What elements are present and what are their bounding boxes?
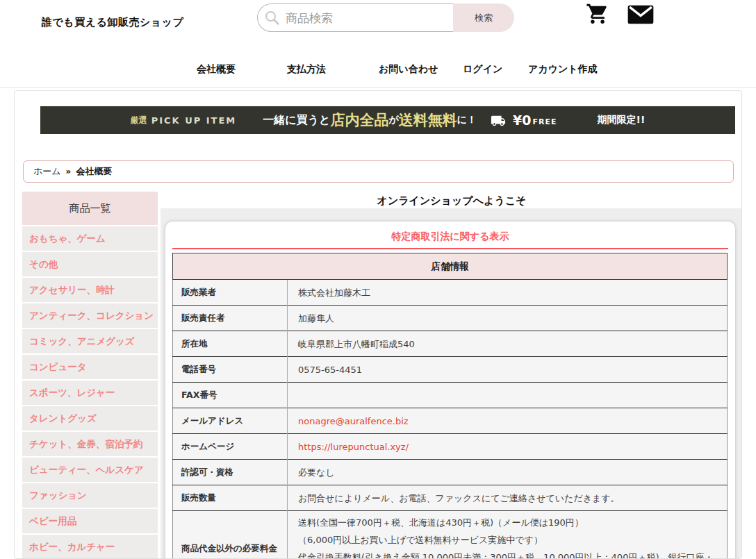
row-value: nonagre@auralfence.biz [288,408,728,434]
row-value: 加藤隼人 [288,306,728,331]
row-value-text: 岐阜県郡上市八幡町稲成540 [298,335,720,353]
row-value: お問合せによりメール、お電話、ファックスにてご連絡させていただきます。 [288,485,728,511]
card-title: 特定商取引法に関する表示 [165,231,735,243]
nav-contact[interactable]: お問い合わせ [379,63,438,76]
mail-icon [626,4,655,25]
row-label: FAX番号 [173,383,288,408]
row-value-text: 0575-65-4451 [298,361,720,378]
banner-text: に！ [457,114,477,126]
row-value [288,383,728,408]
sidebar-category-link[interactable]: タレントグッズ [22,406,158,431]
sidebar-category-link[interactable]: アンティーク、コレクション [22,303,158,328]
banner-pickup-label: PICK UP ITEM [151,115,237,126]
row-label: 販売数量 [173,485,288,511]
row-value-text: お問合せによりメール、お電話、ファックスにてご連絡させていただきます。 [298,490,720,507]
cart-icon [584,2,611,26]
legal-info-card: 特定商取引法に関する表示 店舗情報 販売業者株式会社加藤木工販売責任者加藤隼人所… [165,222,735,559]
banner-highlight: 店内全品 [330,110,388,130]
promo-banner[interactable]: 厳選 PICK UP ITEM 一緒に買うと 店内全品 が 送料無料 に！ ¥0… [40,106,735,134]
sidebar-category-link[interactable]: コミック、アニメグッズ [22,329,158,353]
row-value-link[interactable]: https://lurepunctual.xyz/ [298,442,409,452]
table-row: FAX番号 [173,383,728,408]
row-value-text: （6,000円以上お買い上げで送料無料サービス実施中です） [298,531,720,549]
table-row: 許認可・資格必要なし [173,460,728,485]
welcome-heading: オンラインショップへようこそ [161,194,742,208]
row-label: 電話番号 [173,357,288,383]
sidebar-category-link[interactable]: その他 [22,252,158,276]
truck-icon [488,113,509,128]
row-value-text: 株式会社加藤木工 [298,284,720,301]
sidebar-category-link[interactable]: コンピュータ [22,355,158,379]
sidebar-category-link[interactable]: おもちゃ、ゲーム [22,226,158,251]
sidebar-category-link[interactable]: ビューティー、ヘルスケア [22,458,158,482]
header-divider [0,87,756,87]
row-label: 販売業者 [173,280,288,306]
contact-mail-button[interactable] [626,4,655,28]
row-value: 送料(全国一律700円＋税、北海道は430円＋税)（メール便は190円）（6,0… [288,511,728,559]
banner-text: が [388,114,398,126]
sidebar-category-link[interactable]: ファッション [22,483,158,508]
sidebar-category-link[interactable]: アクセサリー、時計 [22,278,158,302]
breadcrumb-separator: » [66,167,72,176]
sidebar: 商品一覧 おもちゃ、ゲームその他アクセサリー、時計アンティーク、コレクションコミ… [22,192,158,559]
sidebar-category-link[interactable]: ホビー、カルチャー [22,535,158,559]
breadcrumb-current: 会社概要 [76,165,112,178]
row-label: 許認可・資格 [173,460,288,485]
title-divider [172,248,728,249]
breadcrumb: ホーム » 会社概要 [23,160,734,183]
banner-badge: 厳選 [131,115,147,126]
row-value: https://lurepunctual.xyz/ [288,434,728,460]
row-value-text: 代金引換手数料(引き換え金額 10,000円未満：300円＋税、10,000円以… [298,549,720,559]
page: 誰でも買える卸販売ショップ 検索 会社概要 支払方法 お問い合わせ ログイン ア… [0,0,756,559]
row-value: 必要なし [288,460,728,485]
breadcrumb-home-link[interactable]: ホーム [33,165,61,178]
sidebar-category-list: おもちゃ、ゲームその他アクセサリー、時計アンティーク、コレクションコミック、アニ… [22,226,158,559]
table-row: 販売数量お問合せによりメール、お電話、ファックスにてご連絡させていただきます。 [173,485,728,511]
cart-button[interactable] [584,2,611,28]
table-row: メールアドレスnonagre@auralfence.biz [173,408,728,434]
banner-limited-label: 期間限定!! [598,114,646,126]
nav-create-account[interactable]: アカウント作成 [528,63,598,76]
search-area: 検索 [257,3,514,32]
table-row: ホームページhttps://lurepunctual.xyz/ [173,434,728,460]
row-value-text: 送料(全国一律700円＋税、北海道は430円＋税)（メール便は190円） [298,514,720,531]
row-value-text: 必要なし [298,464,720,481]
row-label: 商品代金以外の必要料金 [173,511,288,559]
row-value: 岐阜県郡上市八幡町稲成540 [288,331,728,357]
row-value: 0575-65-4451 [288,357,728,383]
search-button[interactable]: 検索 [453,3,514,32]
table-row: 所在地岐阜県郡上市八幡町稲成540 [173,331,728,357]
nav-login[interactable]: ログイン [463,63,502,76]
store-info-table-body: 販売業者株式会社加藤木工販売責任者加藤隼人所在地岐阜県郡上市八幡町稲成540電話… [173,280,728,559]
sidebar-title: 商品一覧 [22,192,158,225]
shop-title: 誰でも買える卸販売ショップ [42,16,183,29]
search-input[interactable] [257,3,453,32]
row-value-link[interactable]: nonagre@auralfence.biz [298,416,409,426]
search-icon [264,10,281,26]
table-row: 電話番号0575-65-4451 [173,357,728,383]
content-panel: 特定商取引法に関する表示 店舗情報 販売業者株式会社加藤木工販売責任者加藤隼人所… [161,208,742,559]
store-info-table: 店舗情報 販売業者株式会社加藤木工販売責任者加藤隼人所在地岐阜県郡上市八幡町稲成… [172,253,728,559]
content-box: 厳選 PICK UP ITEM 一緒に買うと 店内全品 が 送料無料 に！ ¥0… [14,90,742,559]
row-label: 販売責任者 [173,306,288,331]
sidebar-category-link[interactable]: ベビー用品 [22,509,158,533]
table-row: 販売業者株式会社加藤木工 [173,280,728,306]
row-label: 所在地 [173,331,288,357]
table-title: 店舗情報 [173,253,728,280]
row-value: 株式会社加藤木工 [288,280,728,306]
banner-price: ¥0 [513,112,531,128]
nav-payment-methods[interactable]: 支払方法 [287,63,326,76]
banner-text: 一緒に買うと [263,113,330,128]
banner-highlight: 送料無料 [399,110,457,130]
table-row: 商品代金以外の必要料金送料(全国一律700円＋税、北海道は430円＋税)（メール… [173,511,728,559]
row-value-text: 加藤隼人 [298,310,720,327]
row-label: メールアドレス [173,408,288,434]
row-label: ホームページ [173,434,288,460]
banner-free-label: FREE [533,117,557,126]
table-row: 販売責任者加藤隼人 [173,306,728,331]
sidebar-category-link[interactable]: スポーツ、レジャー [22,381,158,405]
nav-company-overview[interactable]: 会社概要 [197,63,236,76]
sidebar-category-link[interactable]: チケット、金券、宿泊予約 [22,432,158,456]
